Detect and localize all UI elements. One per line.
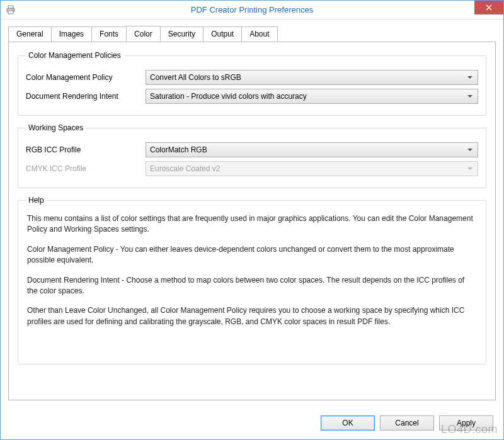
dialog-buttons: OK Cancel Apply	[321, 415, 493, 431]
select-value: Saturation - Produce vivid colors with a…	[150, 92, 307, 101]
tab-strip: General Images Fonts Color Security Outp…	[8, 26, 496, 42]
svg-rect-2	[8, 11, 13, 14]
row-color-management-policy: Color Management Policy Convert All Colo…	[26, 70, 478, 85]
select-rgb-icc-profile[interactable]: ColorMatch RGB	[146, 142, 478, 157]
window-title: PDF Creator Printing Preferences	[1, 5, 503, 14]
help-paragraph: Document Rendering Intent - Choose a met…	[27, 275, 477, 297]
group-legend: Help	[26, 196, 47, 205]
row-rgb-icc-profile: RGB ICC Profile ColorMatch RGB	[26, 142, 478, 157]
help-paragraph: Other than Leave Color Unchanged, all Co…	[27, 305, 477, 327]
group-legend: Working Spaces	[26, 123, 86, 132]
select-value: Convert All Colors to sRGB	[150, 73, 241, 82]
client-area: General Images Fonts Color Security Outp…	[1, 20, 503, 439]
help-paragraph: This menu contains a list of color setti…	[27, 213, 477, 235]
tab-images[interactable]: Images	[51, 26, 92, 42]
svg-rect-0	[8, 6, 13, 8]
chevron-down-icon	[467, 149, 472, 151]
ok-button[interactable]: OK	[321, 415, 375, 431]
select-color-management-policy[interactable]: Convert All Colors to sRGB	[146, 70, 478, 85]
help-text: This menu contains a list of color setti…	[26, 211, 478, 339]
chevron-down-icon	[467, 167, 472, 170]
tab-security[interactable]: Security	[160, 26, 203, 42]
close-icon	[486, 4, 492, 11]
tab-panel-color: Color Management Policies Color Manageme…	[8, 42, 496, 400]
titlebar[interactable]: PDF Creator Printing Preferences	[1, 1, 503, 20]
tab-general[interactable]: General	[8, 26, 52, 42]
close-button[interactable]	[474, 1, 503, 14]
label-cmyk-icc-profile: CMYK ICC Profile	[26, 164, 146, 173]
select-value: ColorMatch RGB	[150, 145, 207, 154]
select-cmyk-icc-profile: Euroscale Coated v2	[146, 161, 478, 176]
row-document-rendering-intent: Document Rendering Intent Saturation - P…	[26, 89, 478, 104]
chevron-down-icon	[467, 95, 472, 98]
group-color-management-policies: Color Management Policies Color Manageme…	[18, 51, 486, 116]
label-document-rendering-intent: Document Rendering Intent	[26, 92, 146, 101]
label-color-management-policy: Color Management Policy	[26, 73, 146, 82]
dialog-window: PDF Creator Printing Preferences General…	[0, 0, 504, 440]
row-cmyk-icc-profile: CMYK ICC Profile Euroscale Coated v2	[26, 161, 478, 176]
tab-about[interactable]: About	[241, 26, 277, 42]
printer-icon	[6, 5, 16, 15]
label-rgb-icc-profile: RGB ICC Profile	[26, 145, 146, 154]
chevron-down-icon	[467, 76, 472, 79]
tab-fonts[interactable]: Fonts	[91, 26, 127, 42]
help-paragraph: Color Management Policy - You can either…	[27, 244, 477, 266]
group-help: Help This menu contains a list of color …	[18, 196, 486, 364]
svg-point-3	[13, 9, 14, 10]
select-document-rendering-intent[interactable]: Saturation - Produce vivid colors with a…	[146, 89, 478, 104]
tab-output[interactable]: Output	[203, 26, 242, 42]
cancel-button[interactable]: Cancel	[380, 415, 434, 431]
tab-color[interactable]: Color	[126, 26, 161, 42]
group-legend: Color Management Policies	[26, 51, 123, 60]
apply-button[interactable]: Apply	[439, 415, 493, 431]
group-working-spaces: Working Spaces RGB ICC Profile ColorMatc…	[18, 123, 486, 188]
select-value: Euroscale Coated v2	[150, 164, 220, 173]
